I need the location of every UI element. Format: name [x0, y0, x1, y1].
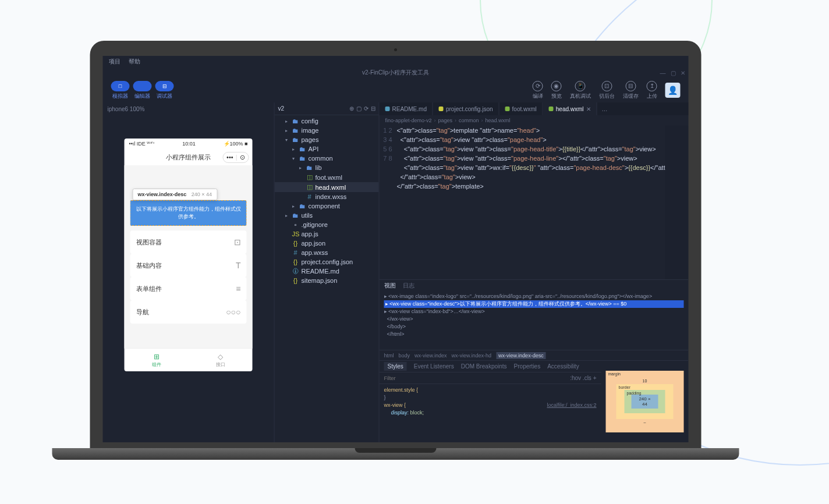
phone-capsule[interactable]: ••• | ⊙ [222, 152, 249, 163]
dom-node[interactable]: </body> [384, 323, 684, 331]
styles-tab-properties[interactable]: Properties [514, 363, 541, 370]
styles-tab-dom-breakpoints[interactable]: DOM Breakpoints [461, 363, 507, 370]
margin-label: margin [608, 372, 621, 376]
collapse-icon[interactable]: ⊟ [371, 105, 375, 112]
css-rule[interactable]: element.style {} [384, 386, 597, 402]
highlighted-element[interactable]: 以下将展示小程序官方组件能力，组件样式仅供参考。 [130, 200, 247, 226]
new-folder-icon[interactable]: ▢ [356, 105, 362, 112]
tree-folder-image[interactable]: ▸🖿image [275, 126, 379, 135]
box-model-margin: margin 10 border padding 240 × 44 [606, 371, 684, 432]
simulator-panel: iphone6 100% ••ıl IDE ⁠ᵂᶦᶠᶦ 10:01 ⚡100% … [103, 102, 275, 442]
editor-tab-README.md[interactable]: README.md [380, 102, 433, 115]
dom-crumb[interactable]: body [399, 353, 410, 359]
styles-tab-event-listeners[interactable]: Event Listeners [414, 363, 454, 370]
toolbar-action-真机调试[interactable]: 📱真机调试 [570, 81, 591, 100]
dom-crumb[interactable]: wx-view.index-desc [496, 352, 546, 359]
phone-list-item[interactable]: 导航○○○ [130, 300, 247, 324]
phone-tab-组件[interactable]: ⊞组件 [125, 349, 189, 371]
tree-file-foot.wxml[interactable]: ◫foot.wxml [275, 172, 379, 182]
tree-folder-component[interactable]: ▸🖿component [275, 201, 379, 211]
dom-node[interactable]: ▸ <wx-view class="index-bd">…</wx-view> [384, 308, 684, 315]
dom-breadcrumb[interactable]: htmlbodywx-view.indexwx-view.index-hdwx-… [380, 350, 689, 360]
styles-rules[interactable]: element.style {}</span><div class="sel-n… [380, 384, 601, 442]
tree-file-.gitignore[interactable]: ▫.gitignore [275, 220, 379, 229]
tree-file-app.wxss[interactable]: #app.wxss [275, 248, 379, 257]
devtools-tab-log[interactable]: 日志 [403, 282, 414, 290]
tree-file-app.json[interactable]: {}app.json [275, 239, 379, 248]
editor-tab-head.wxml[interactable]: head.wxml✕ [543, 102, 597, 115]
code-body[interactable]: <"attr">class="tag">template "attr">name… [397, 126, 665, 279]
toolbar-toggle-2[interactable]: ⊟调试器 [155, 81, 174, 100]
breadcrumb-segment[interactable]: common [459, 118, 479, 123]
tree-folder-API[interactable]: ▸🖿API [275, 144, 379, 154]
file-tree[interactable]: ▸🖿config▸🖿image▾🖿pages▸🖿API▾🖿common▸🖿lib… [275, 115, 379, 442]
dom-node[interactable]: ▸ <wx-image class="index-logo" src="../r… [384, 293, 684, 300]
phone-page-content[interactable]: wx-view.index-desc 240 × 44 以下将展示小程序官方组件… [125, 165, 253, 348]
dom-crumb[interactable]: wx-view.index [414, 353, 447, 359]
toolbar-action-清缓存[interactable]: ⊟清缓存 [623, 81, 639, 100]
dom-crumb[interactable]: wx-view.index-hd [452, 353, 492, 359]
new-file-icon[interactable]: ⊕ [349, 105, 354, 112]
tree-folder-utils[interactable]: ▸🖿utils [275, 211, 379, 220]
styles-filter-actions[interactable]: :hov .cls + [570, 375, 596, 381]
toolbar-action-切后台[interactable]: ⊡切后台 [599, 81, 615, 100]
capsule-menu-icon[interactable]: ••• [226, 154, 233, 161]
tree-folder-pages[interactable]: ▾🖿pages [275, 135, 379, 144]
code-editor[interactable]: 1 2 3 4 5 6 7 8 <"attr">class="tag">temp… [380, 126, 689, 279]
tree-file-index.wxss[interactable]: #index.wxss [275, 192, 379, 201]
phone-list-item[interactable]: 视图容器⊡ [130, 230, 247, 254]
tree-file-head.wxml[interactable]: ◫head.wxml [275, 182, 379, 192]
maximize-icon[interactable]: ▢ [671, 70, 676, 76]
close-icon[interactable]: ✕ [681, 70, 685, 76]
toolbar-toggle-1[interactable]: 编辑器 [133, 81, 152, 100]
tree-folder-config[interactable]: ▸🖿config [275, 116, 379, 126]
phone-simulator[interactable]: ••ıl IDE ⁠ᵂᶦᶠᶦ 10:01 ⚡100% ■ 小程序组件展示 •••… [125, 139, 253, 371]
toolbar-action-上传[interactable]: ↥上传 [647, 81, 657, 100]
border-label: border [619, 385, 630, 389]
dom-crumb[interactable]: html [384, 353, 394, 359]
laptop-frame: 项目 帮助 v2-FinClip小程序开发工具 — ▢ ✕ □模拟器编辑器⊟调试… [90, 41, 739, 460]
minimize-icon[interactable]: — [660, 70, 666, 76]
tree-file-sitemap.json[interactable]: {}sitemap.json [275, 276, 379, 285]
phone-list-item[interactable]: 基础内容T [130, 254, 247, 277]
tree-folder-lib[interactable]: ▸🖿lib [275, 163, 379, 172]
toolbar-action-编译[interactable]: ⟳编译 [533, 81, 543, 100]
window-title: v2-FinClip小程序开发工具 [362, 69, 429, 77]
minimap[interactable] [665, 126, 689, 279]
capsule-close-icon[interactable]: ⊙ [240, 154, 245, 161]
dom-node[interactable]: ▸ <wx-view class="index-desc">以下将展示小程序官方… [384, 300, 684, 308]
line-gutter: 1 2 3 4 5 6 7 8 [380, 126, 397, 279]
tree-folder-common[interactable]: ▾🖿common [275, 154, 379, 163]
styles-tab-accessibility[interactable]: Accessibility [547, 363, 579, 370]
styles-tab-styles[interactable]: Styles [384, 362, 407, 371]
dom-inspector[interactable]: ▸ <wx-image class="index-logo" src="../r… [380, 292, 689, 350]
tree-file-project.config.json[interactable]: {}project.config.json [275, 257, 379, 267]
toolbar-action-预览[interactable]: ◉预览 [551, 81, 562, 100]
devtools-tab-view[interactable]: 视图 [384, 282, 396, 290]
editor-tab-project.config.json[interactable]: project.config.json [433, 102, 499, 115]
breadcrumb-segment[interactable]: fino-applet-demo-v2 [385, 118, 432, 123]
phone-tab-接口[interactable]: ◇接口 [189, 349, 253, 371]
file-explorer: v2 ⊕ ▢ ⟳ ⊟ ▸🖿config▸🖿image▾🖿pages▸🖿API▾🖿… [275, 102, 380, 442]
refresh-icon[interactable]: ⟳ [364, 105, 369, 112]
toolbar-toggle-0[interactable]: □模拟器 [111, 81, 130, 100]
menu-item-help[interactable]: 帮助 [129, 58, 140, 66]
breadcrumb-segment[interactable]: pages [438, 118, 453, 123]
laptop-base [52, 448, 739, 460]
devtools-top-tabs: 视图 日志 [380, 280, 689, 292]
devtools-panel: 视图 日志 ▸ <wx-image class="index-logo" src… [380, 279, 689, 442]
tree-file-app.js[interactable]: JSapp.js [275, 229, 379, 239]
breadcrumb[interactable]: fino-applet-demo-v2›pages›common›head.wx… [380, 115, 689, 126]
phone-signal: ••ıl IDE ⁠ᵂᶦᶠᶦ [129, 141, 155, 147]
phone-list-item[interactable]: 表单组件≡ [130, 277, 247, 300]
breadcrumb-segment[interactable]: head.wxml [486, 118, 511, 123]
dom-node[interactable]: </html> [384, 331, 684, 338]
dom-node[interactable]: </wx-view> [384, 315, 684, 323]
styles-filter-input[interactable] [384, 375, 449, 381]
menu-item-project[interactable]: 项目 [109, 58, 121, 66]
editor-tab-foot.wxml[interactable]: foot.wxml [499, 102, 543, 115]
css-rule[interactable]: localfile:/_index.css:2wx-view {display:… [384, 402, 597, 417]
user-avatar[interactable]: 👤 [665, 83, 681, 98]
editor-tabs-more-icon[interactable]: … [597, 102, 612, 115]
tree-file-README.md[interactable]: 🛈README.md [275, 267, 379, 276]
